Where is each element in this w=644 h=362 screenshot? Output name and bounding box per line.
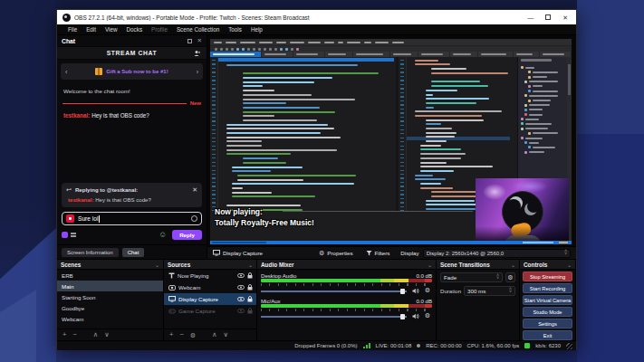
scene-transitions-dock: Scene Transitions⌄ Fade ˄˅ ⚙ Duration 30… (437, 260, 520, 340)
source-item[interactable]: Now Playing (164, 270, 256, 281)
chat-dock-titlebar[interactable]: Chat ✕ (57, 35, 207, 46)
dock-options-icon[interactable]: ⌄ (155, 262, 159, 268)
chat-welcome-text: Welcome to the chat room! (63, 88, 207, 94)
display-select[interactable]: Display 2: 2560x1440 @ 2560,0 ˄˅ (423, 249, 571, 258)
now-playing-line2: Totally Royalty-Free Music! (215, 218, 314, 228)
dock-options-icon[interactable]: ⌄ (248, 262, 253, 268)
eye-icon[interactable] (237, 285, 245, 290)
start-virtual-camera-button[interactable]: Start Virtual Camera (523, 295, 572, 305)
menu-file[interactable]: File (63, 26, 82, 33)
captured-taskbar (210, 241, 572, 244)
lock-icon[interactable] (247, 284, 253, 291)
volume-slider-handle[interactable] (400, 289, 405, 294)
source-item[interactable]: Webcam (164, 281, 256, 293)
reply-button[interactable]: Reply (172, 230, 202, 240)
move-scene-up-button[interactable]: ∧ (93, 331, 99, 338)
channel-name: Desktop Audio (261, 272, 296, 279)
chevron-right-icon[interactable]: › (197, 69, 198, 75)
menu-profile[interactable]: Profile (147, 26, 172, 33)
scene-item[interactable]: Webcam (57, 313, 163, 324)
move-source-down-button[interactable]: ∨ (224, 331, 229, 338)
transition-select[interactable]: Fade ˄˅ (440, 272, 503, 282)
source-item-active[interactable]: Display Capture (164, 293, 256, 305)
code-pane-left (218, 57, 396, 211)
volume-slider[interactable] (261, 291, 407, 292)
remove-scene-button[interactable]: − (72, 331, 76, 338)
emote-picker-icon[interactable]: ☺ (159, 231, 167, 239)
speaker-icon[interactable] (412, 313, 419, 319)
add-source-button[interactable]: + (169, 331, 173, 338)
now-playing-line1: Now playing: (215, 207, 314, 217)
filter-icon (366, 250, 372, 256)
studio-mode-button[interactable]: Studio Mode (523, 307, 572, 317)
close-icon[interactable]: ✕ (197, 38, 202, 44)
filters-button[interactable]: Filters (366, 250, 390, 256)
resize-grip[interactable] (566, 343, 572, 349)
volume-slider[interactable] (261, 316, 407, 318)
emote-ring-icon[interactable] (191, 215, 197, 222)
menu-docks[interactable]: Docks (122, 26, 148, 33)
scene-item[interactable]: Starting Soon (57, 291, 163, 302)
duration-spinbox[interactable]: 300 ms ˄˅ (464, 286, 515, 296)
properties-button[interactable]: ⚙ Properties (319, 250, 352, 256)
menu-scene-collection[interactable]: Scene Collection (172, 26, 224, 33)
menu-tools[interactable]: Tools (224, 26, 246, 33)
lock-icon[interactable] (247, 272, 253, 279)
eye-icon[interactable] (237, 309, 245, 313)
dock-options-icon[interactable]: ⌄ (511, 262, 515, 268)
webcam-overlay (476, 178, 569, 241)
exit-button[interactable]: Exit (523, 330, 572, 340)
dock-options-icon[interactable]: ⌄ (567, 262, 572, 268)
move-source-up-button[interactable]: ∧ (212, 331, 217, 338)
menu-view[interactable]: View (101, 26, 122, 33)
lock-icon[interactable] (247, 308, 253, 314)
captured-ide-toolbar (210, 45, 572, 52)
rec-timer: REC: 00:00:00 (426, 343, 461, 348)
source-properties-button[interactable]: ⚙ (190, 332, 196, 338)
close-reply-icon[interactable]: ✕ (192, 186, 197, 193)
close-button[interactable]: ✕ (562, 14, 568, 21)
select-arrows-icon: ˄˅ (564, 251, 567, 255)
add-scene-button[interactable]: + (62, 331, 66, 338)
remove-source-button[interactable]: − (179, 331, 183, 338)
duration-value: 300 ms (467, 288, 509, 294)
menu-edit[interactable]: Edit (82, 26, 101, 33)
chat-message-input[interactable]: Sure lol (62, 212, 202, 225)
volume-slider-handle[interactable] (400, 314, 405, 319)
lock-icon[interactable] (247, 296, 253, 302)
scene-item[interactable]: Goodbye (57, 302, 163, 313)
channel-points-icon[interactable] (62, 232, 68, 238)
dock-options-icon[interactable]: ⌄ (428, 262, 432, 268)
channel-settings-icon[interactable]: ⚙ (425, 287, 430, 294)
transition-settings-button[interactable]: ⚙ (505, 272, 515, 282)
program-canvas[interactable]: Now playing: Totally Royalty-Free Music! (207, 35, 576, 246)
channel-settings-icon[interactable]: ⚙ (425, 312, 430, 319)
window-title: OBS 27.2.1 (64-bit, windows) - Portable … (74, 14, 310, 21)
move-scene-down-button[interactable]: ∨ (104, 331, 110, 338)
settings-button[interactable]: Settings (523, 319, 572, 329)
chat-dock-title: Chat (62, 38, 75, 44)
maximize-button[interactable] (545, 14, 551, 20)
start-recording-button[interactable]: Start Recording (523, 283, 572, 293)
reply-arrow-icon: ↩ (66, 186, 72, 193)
scene-item-active[interactable]: Main (57, 281, 163, 291)
eye-icon[interactable] (237, 273, 245, 278)
speaker-icon[interactable] (412, 288, 419, 294)
window-titlebar[interactable]: OBS 27.2.1 (64-bit, windows) - Portable … (57, 10, 576, 24)
text-caret (99, 215, 100, 223)
chat-username[interactable]: testkanal: (63, 112, 90, 119)
tab-screen-information[interactable]: Screen Information (62, 248, 119, 257)
mixer-channel-desktop-audio: Desktop Audio 0.0 dB ⚙ (257, 270, 436, 295)
minimize-button[interactable]: — (527, 14, 533, 21)
chat-message[interactable]: testkanal: Hey is that OBS code? (63, 112, 200, 119)
eye-icon[interactable] (237, 297, 245, 301)
viewer-list-icon[interactable] (194, 50, 201, 57)
tab-chat[interactable]: Chat (122, 248, 145, 257)
scene-item[interactable]: ERB (57, 270, 163, 281)
gift-sub-banner[interactable]: ‹ Gift a Sub now to be #1! › (61, 63, 203, 80)
source-item-hidden[interactable]: Game Capture (164, 305, 256, 317)
menu-help[interactable]: Help (246, 26, 267, 33)
stop-streaming-button[interactable]: Stop Streaming (523, 272, 572, 281)
preview-area[interactable]: Now playing: Totally Royalty-Free Music! (207, 35, 576, 259)
popout-icon[interactable] (187, 39, 192, 43)
